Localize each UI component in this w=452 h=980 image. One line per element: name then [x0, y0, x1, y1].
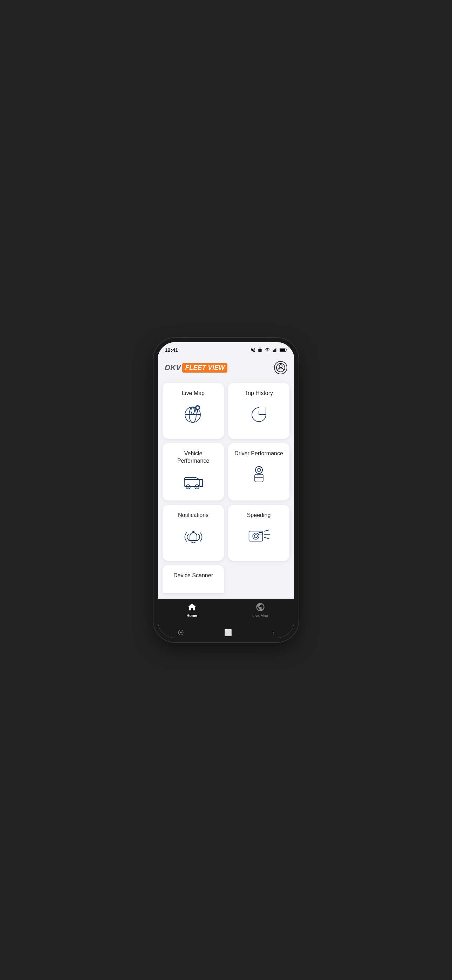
card-vehicle-performance-title: Vehicle Performance — [168, 450, 218, 465]
app-header: DKV FLEET VIEW — [158, 358, 294, 379]
nav-home-label: Home — [186, 613, 197, 617]
android-nav: ⦿ ⬜ ‹ — [158, 627, 294, 638]
globe-pin-icon — [182, 403, 205, 425]
card-trip-history-title: Trip History — [245, 390, 273, 397]
card-live-map-title: Live Map — [182, 390, 205, 397]
nav-live-map[interactable]: Live Map — [226, 602, 294, 617]
profile-button[interactable] — [274, 361, 287, 374]
bell-alert-icon — [182, 524, 205, 547]
lock-icon — [258, 347, 263, 353]
main-content: Live Map Trip History — [158, 379, 294, 599]
signal-icon — [272, 347, 278, 352]
logo: DKV FLEET VIEW — [165, 363, 228, 372]
svg-point-18 — [188, 486, 189, 488]
svg-rect-23 — [255, 474, 263, 482]
android-back-btn[interactable]: ‹ — [272, 629, 274, 636]
logo-dkv: DKV — [165, 363, 181, 372]
svg-line-34 — [264, 538, 269, 539]
phone-frame: 12:41 DKV FLEET — [158, 342, 294, 638]
logo-fleet: FLEET VIEW — [182, 363, 228, 372]
svg-rect-2 — [275, 349, 275, 352]
card-vehicle-performance[interactable]: Vehicle Performance — [162, 443, 224, 501]
svg-point-13 — [196, 406, 199, 409]
svg-rect-1 — [274, 350, 275, 352]
home-icon — [187, 602, 197, 612]
svg-rect-5 — [286, 349, 287, 350]
svg-line-32 — [264, 530, 269, 531]
status-time: 12:41 — [165, 347, 178, 353]
svg-point-25 — [257, 468, 261, 472]
svg-point-29 — [253, 533, 259, 539]
svg-point-30 — [254, 535, 257, 538]
svg-rect-3 — [276, 348, 277, 352]
card-grid: Live Map Trip History — [162, 383, 290, 593]
battery-icon — [280, 348, 287, 352]
svg-rect-31 — [259, 533, 262, 535]
status-bar: 12:41 — [158, 342, 294, 358]
card-notifications-title: Notifications — [178, 512, 208, 519]
card-trip-history[interactable]: Trip History — [228, 383, 290, 439]
wifi-icon — [264, 347, 271, 352]
svg-point-7 — [279, 364, 282, 368]
mute-icon — [250, 347, 256, 353]
nav-home[interactable]: Home — [158, 602, 226, 617]
svg-rect-0 — [273, 350, 274, 352]
svg-point-27 — [193, 531, 194, 533]
nav-globe-icon — [255, 602, 265, 612]
card-driver-performance[interactable]: Driver Performance — [228, 443, 290, 501]
svg-point-20 — [196, 486, 197, 488]
android-recent-btn[interactable]: ⦿ — [178, 629, 184, 636]
clock-back-icon — [248, 403, 270, 425]
card-speeding[interactable]: Speeding — [228, 505, 290, 561]
svg-rect-6 — [280, 349, 285, 351]
nav-live-map-label: Live Map — [252, 613, 268, 617]
card-device-scanner[interactable]: Device Scanner — [162, 565, 224, 593]
card-device-scanner-title: Device Scanner — [173, 572, 213, 579]
status-icons — [250, 347, 287, 353]
card-speeding-title: Speeding — [247, 512, 271, 519]
card-driver-performance-title: Driver Performance — [234, 450, 283, 457]
card-live-map[interactable]: Live Map — [162, 383, 224, 439]
profile-icon — [276, 363, 285, 372]
bottom-nav: Home Live Map — [158, 599, 294, 627]
card-notifications[interactable]: Notifications — [162, 505, 224, 561]
android-home-btn[interactable]: ⬜ — [224, 629, 232, 636]
van-icon — [182, 470, 205, 493]
driver-icon — [248, 463, 270, 485]
speed-camera-icon — [248, 524, 270, 547]
empty-cell — [228, 565, 290, 593]
